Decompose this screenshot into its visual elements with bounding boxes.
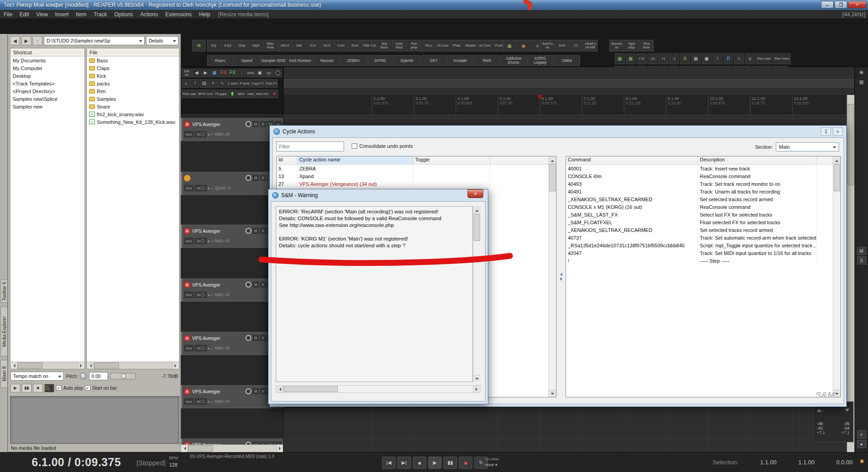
- preview-volume-fader[interactable]: [110, 373, 136, 379]
- toolbar-icon[interactable]: ▦: [503, 40, 516, 52]
- scroll-up-icon[interactable]: [473, 206, 481, 213]
- menu-help[interactable]: Help: [195, 10, 214, 19]
- edit-toolbar-icon[interactable]: ▣: [255, 69, 264, 77]
- solo-button[interactable]: S: [260, 282, 266, 288]
- fx-button[interactable]: Phas: [450, 40, 463, 52]
- command-row[interactable]: _RSa135d1e246de10731c138f9751bf5509ccbbb…: [566, 241, 840, 249]
- fx-button[interactable]: Com: [334, 40, 348, 52]
- preview-play-button[interactable]: ▶: [10, 384, 20, 392]
- fx-button[interactable]: Js Com: [478, 40, 491, 52]
- filter-input[interactable]: [276, 142, 344, 151]
- title-bar[interactable]: Тест Рипер Мой конфиг [modified] - REAPE…: [0, 0, 868, 10]
- auto-play-checkbox[interactable]: [56, 385, 61, 391]
- edit-toolbar-button[interactable]: BPM Conv: [197, 90, 213, 98]
- fx-button[interactable]: Blac Hole: [263, 40, 278, 52]
- midi-toolbar-button[interactable]: Ren mon: [773, 53, 790, 64]
- menu-insert[interactable]: Insert: [52, 10, 72, 19]
- path-dropdown[interactable]: D:\STUDO 2\Samples new\Sp: [44, 36, 145, 45]
- midi-toolbar-icon[interactable]: /: [712, 53, 722, 64]
- record-arm-button[interactable]: A: [184, 227, 191, 235]
- cycle-dialog-titlebar[interactable]: Cycle Actions ↧ ×: [270, 126, 846, 137]
- column-header[interactable]: Id: [277, 156, 297, 164]
- record-arm-button[interactable]: A: [184, 281, 191, 288]
- folder-item[interactable]: packs: [87, 80, 179, 87]
- monitor-icon[interactable]: ▸: [208, 293, 210, 297]
- bpm-display[interactable]: BPM 128: [169, 455, 178, 469]
- record-arm-button[interactable]: A: [184, 335, 191, 342]
- cycle-action-row[interactable]: 27VPS Avenger (Vengeance) (34 out): [277, 180, 556, 188]
- fx-button[interactable]: AutoTune: [540, 40, 555, 52]
- fx-button[interactable]: Slat Rack: [377, 40, 392, 52]
- trim-button[interactable]: trim: [184, 345, 193, 351]
- warning-message-area[interactable]: ERROR: 'RecARM' (section 'Main (alt reco…: [276, 206, 473, 382]
- minimize-button[interactable]: –: [821, 1, 834, 9]
- input-button[interactable]: IN: [195, 185, 207, 191]
- scroll-thumb[interactable]: [188, 445, 213, 452]
- command-table-vscrollbar[interactable]: [833, 156, 840, 397]
- column-header[interactable]: Cycle action name: [297, 156, 413, 164]
- scroll-right-icon[interactable]: [276, 445, 283, 452]
- instrument-button[interactable]: OMNI: [554, 55, 580, 66]
- folder-item[interactable]: Bass: [87, 57, 179, 64]
- fader-thumb[interactable]: [122, 374, 126, 378]
- edit-toolbar-icon[interactable]: ∿: [218, 79, 226, 88]
- fx-button[interactable]: UltraFunk MB: [583, 40, 598, 52]
- menu-view[interactable]: View: [33, 10, 52, 19]
- mute-button[interactable]: M: [857, 247, 866, 255]
- edit-toolbar-button[interactable]: Fill gaps: [214, 90, 227, 98]
- toolbar-icon[interactable]: ◉: [517, 40, 530, 52]
- warning-vscrollbar[interactable]: [473, 206, 481, 382]
- command-row[interactable]: _XENAKIOS_SELTRAX_RECARMEDSet selected t…: [566, 226, 840, 234]
- monitor-icon[interactable]: ▸: [208, 132, 210, 137]
- edit-toolbar-icon[interactable]: ◯: [274, 69, 282, 77]
- shortcut-item[interactable]: My Documents: [10, 57, 85, 64]
- command-row[interactable]: 40491Track: Unarm all tracks for recordi…: [566, 188, 840, 195]
- pin-icon[interactable]: ↧: [821, 127, 831, 136]
- fx-button[interactable]: VALH: [278, 40, 292, 52]
- pause-button[interactable]: ▮▮: [443, 457, 457, 469]
- fx-button[interactable]: JS cuto: [436, 40, 449, 52]
- edit-toolbar-button[interactable]: Edit me: [182, 69, 192, 77]
- input-button[interactable]: IN: [195, 238, 207, 244]
- pan-knob[interactable]: [245, 335, 251, 341]
- mute-button[interactable]: M: [253, 388, 259, 394]
- shortcut-item[interactable]: Desktop: [10, 72, 85, 80]
- preview-route-button[interactable]: RO UTE: [44, 384, 54, 392]
- shortcut-column-header[interactable]: Shortcut: [10, 48, 85, 57]
- track-name[interactable]: VPS Avenger: [192, 122, 244, 127]
- docker-tab-media-explorer[interactable]: Media Explorer: [0, 307, 7, 356]
- stop-button[interactable]: ■: [413, 457, 426, 469]
- fx-button[interactable]: SCS: [320, 40, 334, 52]
- fx-button[interactable]: Rea tune: [639, 40, 654, 52]
- edit-toolbar-icon[interactable]: ⊥: [182, 79, 190, 88]
- scroll-right-icon[interactable]: [473, 386, 480, 392]
- input-button[interactable]: IN: [195, 345, 207, 351]
- edit-toolbar-button[interactable]: SWS: [246, 69, 255, 77]
- instrument-button[interactable]: SPIRE: [367, 55, 393, 66]
- cycle-action-row[interactable]: 5ZEBRA: [277, 165, 556, 172]
- warning-dialog-titlebar[interactable]: S&M - Warning: [269, 189, 488, 201]
- tempo-match-dropdown[interactable]: Tempo match on: [10, 372, 64, 381]
- command-row[interactable]: 40001Track: Insert new track: [566, 165, 840, 172]
- close-icon[interactable]: ×: [833, 127, 843, 136]
- global-value[interactable]: none ▾: [485, 463, 497, 467]
- shortcut-item[interactable]: <Track Templates>: [10, 80, 85, 87]
- instrument-button[interactable]: RMX: [474, 55, 500, 66]
- midi-toolbar-icon[interactable]: ▣: [702, 53, 712, 64]
- scroll-thumb[interactable]: [283, 386, 338, 392]
- fx-button[interactable]: Master: [464, 40, 477, 52]
- midi-toolbar-button[interactable]: Ren ster: [756, 53, 772, 64]
- edit-toolbar-button[interactable]: QU: [264, 69, 273, 77]
- fx-button[interactable]: DlyE: [249, 40, 263, 52]
- shortcut-item[interactable]: My Computer: [10, 64, 85, 72]
- scroll-right-icon[interactable]: [77, 362, 85, 369]
- pan-knob[interactable]: [245, 388, 251, 394]
- edit-toolbar-icon[interactable]: FX: [219, 69, 228, 77]
- instrument-button[interactable]: ZEBRA: [340, 55, 367, 66]
- track-header[interactable]: AVPS AvengerMSFXiotrimIN▸♪MIDI: All: [181, 118, 283, 141]
- edit-toolbar-icon[interactable]: ▦: [210, 69, 219, 77]
- track-name[interactable]: VPS Avenger: [192, 282, 244, 288]
- midi-toolbar-icon[interactable]: ▦: [691, 53, 701, 64]
- fx-button[interactable]: EQ: [207, 40, 221, 52]
- command-row[interactable]: 42047Track: Set MIDI input quantize to 1…: [566, 249, 840, 257]
